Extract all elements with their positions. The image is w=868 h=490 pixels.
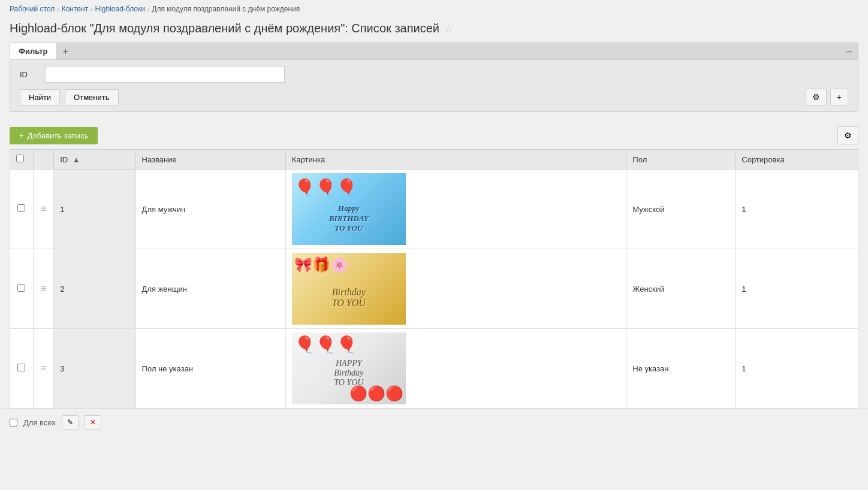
bottom-select-all-label: Для всех <box>23 418 56 427</box>
filter-add-icon[interactable]: + <box>830 89 848 105</box>
row3-drag-cell: ≡ <box>33 329 54 409</box>
table-header: ID ▲ Название Картинка Пол Сортировка <box>10 150 858 170</box>
bottom-select-all-checkbox[interactable] <box>10 419 17 427</box>
breadcrumb: Рабочий стол › Контент › Highload-блоки … <box>0 0 868 18</box>
breadcrumb-sep-3: › <box>147 6 149 13</box>
filter-tabs: Фильтр + – <box>10 43 858 60</box>
row2-id: 2 <box>60 285 64 294</box>
row3-image-text: HAPPY Birthday TO YOU <box>334 359 363 388</box>
select-all-checkbox[interactable] <box>16 155 24 162</box>
breadcrumb-item-desktop[interactable]: Рабочий стол <box>10 5 55 13</box>
header-name-label: Название <box>142 155 177 164</box>
page-title-row: Highload-блок "Для модуля поздравлений с… <box>0 18 868 43</box>
row2-checkbox[interactable] <box>17 284 25 292</box>
bottom-delete-button[interactable]: ✕ <box>85 415 101 429</box>
row2-image-text: Birthday TO YOU <box>332 287 366 308</box>
row3-sort-cell: 1 <box>736 329 858 409</box>
toolbar: + Добавить запись ⚙ <box>0 122 868 149</box>
row2-name-cell: Для женщин <box>135 249 285 329</box>
row3-checkbox[interactable] <box>17 364 25 371</box>
row2-sort: 1 <box>742 285 746 294</box>
header-gender-label: Пол <box>632 155 647 164</box>
breadcrumb-item-content[interactable]: Контент <box>62 5 88 13</box>
breadcrumb-item-highload[interactable]: Highload-блоки <box>95 5 144 13</box>
row2-id-cell: 2 <box>54 249 135 329</box>
filter-id-input[interactable] <box>45 66 285 83</box>
row3-id-cell: 3 <box>54 329 135 409</box>
row3-checkbox-cell <box>10 329 34 409</box>
row2-checkbox-cell <box>10 249 34 329</box>
row1-checkbox-cell <box>10 170 34 249</box>
table-row: ≡ 2 Для женщин Birthday TO YOU <box>10 249 858 329</box>
breadcrumb-item-current: Для модуля поздравлений с днём рождения <box>152 5 300 13</box>
row1-id: 1 <box>60 205 64 214</box>
row1-checkbox[interactable] <box>17 204 25 212</box>
row3-gender: Не указан <box>632 364 668 373</box>
header-id-label: ID <box>60 155 68 164</box>
filter-panel: Фильтр + – ID Найти Отменить ⚙ + <box>10 43 858 112</box>
bottom-edit-button[interactable]: ✎ <box>62 415 79 429</box>
table-wrapper: ID ▲ Название Картинка Пол Сортировка <box>10 149 858 409</box>
row1-image-text: Happy BIRTHDAY TO YOU <box>329 204 369 234</box>
header-image-col[interactable]: Картинка <box>285 150 626 170</box>
row1-sort-cell: 1 <box>736 170 858 249</box>
filter-tab[interactable]: Фильтр <box>10 43 57 59</box>
filter-right-icons: ⚙ + <box>806 89 848 105</box>
row3-drag-handle[interactable]: ≡ <box>41 363 46 373</box>
header-name-col[interactable]: Название <box>135 150 285 170</box>
row3-image: HAPPY Birthday TO YOU <box>292 332 406 404</box>
row1-drag-handle[interactable]: ≡ <box>41 204 46 214</box>
header-image-label: Картинка <box>292 155 325 164</box>
favorite-star-icon[interactable]: ☆ <box>444 22 454 35</box>
table-settings-button[interactable]: ⚙ <box>837 126 858 144</box>
table-row: ≡ 3 Пол не указан HAPPY Birthday TO YOU <box>10 329 858 409</box>
header-id-col[interactable]: ID ▲ <box>54 150 135 170</box>
filter-minimize-button[interactable]: – <box>840 44 858 59</box>
header-gender-col[interactable]: Пол <box>626 150 736 170</box>
row2-name: Для женщин <box>142 285 187 294</box>
row1-sort: 1 <box>742 205 746 214</box>
header-drag-col <box>33 150 54 170</box>
row2-image: Birthday TO YOU <box>292 253 406 325</box>
add-record-label: Добавить запись <box>28 131 89 140</box>
row2-drag-cell: ≡ <box>33 249 54 329</box>
row2-gender: Женский <box>632 285 664 294</box>
breadcrumb-sep-2: › <box>91 6 92 13</box>
filter-settings-icon[interactable]: ⚙ <box>806 89 827 105</box>
bottom-bar: Для всех ✎ ✕ <box>0 409 868 435</box>
filter-add-tab-button[interactable]: + <box>57 44 74 59</box>
sort-asc-icon: ▲ <box>73 155 80 164</box>
row1-image: Happy BIRTHDAY TO YOU <box>292 173 406 245</box>
row1-id-cell: 1 <box>54 170 135 249</box>
row1-gender-cell: Мужской <box>626 170 736 249</box>
filter-actions: Найти Отменить ⚙ + <box>20 89 848 105</box>
row1-gender: Мужской <box>632 205 664 214</box>
add-record-button[interactable]: + Добавить запись <box>10 127 98 144</box>
page-title: Highload-блок "Для модуля поздравлений с… <box>10 22 439 35</box>
breadcrumb-sep-1: › <box>57 6 59 13</box>
row2-image-cell: Birthday TO YOU <box>285 249 626 329</box>
filter-cancel-button[interactable]: Отменить <box>65 89 118 105</box>
row2-gender-cell: Женский <box>626 249 736 329</box>
row1-drag-cell: ≡ <box>33 170 54 249</box>
add-icon: + <box>19 131 24 140</box>
header-sort-label: Сортировка <box>742 155 784 164</box>
filter-id-label: ID <box>20 70 38 79</box>
filter-buttons: Найти Отменить <box>20 89 119 105</box>
row3-id: 3 <box>60 364 64 373</box>
row1-name: Для мужчин <box>142 205 186 214</box>
row3-gender-cell: Не указан <box>626 329 736 409</box>
row2-drag-handle[interactable]: ≡ <box>41 283 46 294</box>
filter-id-row: ID <box>20 66 848 83</box>
row1-name-cell: Для мужчин <box>135 170 285 249</box>
row1-image-cell: Happy BIRTHDAY TO YOU <box>285 170 626 249</box>
row3-name-cell: Пол не указан <box>135 329 285 409</box>
row3-name: Пол не указан <box>142 364 193 373</box>
header-sort-col[interactable]: Сортировка <box>736 150 858 170</box>
data-table: ID ▲ Название Картинка Пол Сортировка <box>10 149 858 409</box>
header-checkbox-col <box>10 150 34 170</box>
row3-image-cell: HAPPY Birthday TO YOU <box>285 329 626 409</box>
row2-sort-cell: 1 <box>736 249 858 329</box>
filter-find-button[interactable]: Найти <box>20 89 60 105</box>
table-body: ≡ 1 Для мужчин Happy BIRTHDAY TO YOU <box>10 170 858 409</box>
